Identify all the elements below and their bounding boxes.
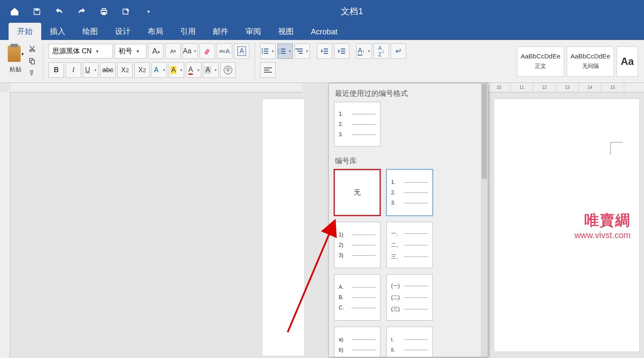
svg-rect-16 [281, 49, 286, 49]
font-family-select[interactable]: 思源黑体 CN▼ [49, 44, 113, 58]
paste-label: 粘贴 [9, 66, 21, 73]
home-button[interactable] [9, 6, 21, 18]
grow-font-button[interactable]: A▴ [148, 43, 164, 59]
vertical-ruler[interactable] [0, 92, 10, 358]
tab-design[interactable]: 设计 [106, 23, 139, 40]
phonetic-guide-button[interactable]: abcA [217, 43, 232, 59]
numbering-chinese-paren[interactable]: (一) (二) (三) [386, 274, 433, 321]
svg-text:1: 1 [278, 48, 279, 50]
numbering-roman-lower[interactable]: i. ii. iii. [386, 327, 433, 357]
font-group: 思源黑体 CN▼ 初号▼ A▴ A▾ Aa abcA A B I U abc X… [46, 42, 252, 81]
tab-references[interactable]: 引用 [172, 23, 204, 40]
svg-rect-2 [102, 8, 105, 10]
text-effect-button[interactable]: A [152, 62, 167, 78]
svg-rect-32 [264, 72, 272, 73]
numbering-chinese[interactable]: 一、 二、 三、 [386, 222, 433, 268]
cut-button[interactable] [27, 43, 38, 55]
show-marks-button[interactable]: ↵ [391, 43, 406, 59]
numbering-button[interactable]: 123 [277, 43, 293, 59]
align-left-button[interactable] [260, 62, 276, 78]
copy-button[interactable] [27, 55, 38, 67]
page-left-edge[interactable] [262, 98, 305, 356]
svg-rect-10 [264, 49, 268, 49]
char-border-button[interactable]: A [234, 43, 249, 59]
clear-format-button[interactable] [200, 43, 215, 59]
tab-view[interactable]: 视图 [270, 23, 302, 40]
redo-button[interactable] [76, 6, 88, 18]
format-painter-button[interactable] [27, 67, 38, 79]
quick-edit-button[interactable] [120, 6, 132, 18]
recent-numbering-item[interactable]: 1. 2. 3. [334, 102, 380, 147]
numbering-decimal-paren[interactable]: 1) 2) 3) [334, 222, 380, 268]
superscript-button[interactable]: X2 [134, 62, 150, 78]
svg-rect-24 [324, 49, 328, 49]
svg-point-9 [262, 49, 263, 50]
font-size-select[interactable]: 初号▼ [115, 44, 146, 58]
bullets-button[interactable] [260, 43, 276, 59]
tab-home[interactable]: 开始 [9, 23, 41, 40]
tab-review[interactable]: 审阅 [237, 23, 270, 40]
svg-rect-28 [341, 51, 345, 52]
numbering-none[interactable]: 无 [334, 169, 380, 216]
numbering-dropdown-panel: 最近使用过的编号格式 1. 2. 3. 编号库 无 1. 2. 3. 1) 2)… [328, 83, 488, 357]
paste-button[interactable]: ▾ [6, 42, 25, 66]
underline-button[interactable]: U [83, 62, 98, 78]
sort-button[interactable]: AZ↓ [374, 43, 389, 59]
svg-text:3: 3 [278, 52, 279, 55]
style-heading[interactable]: Aa [617, 46, 638, 76]
asian-layout-button[interactable]: A↕ [356, 43, 372, 59]
svg-rect-23 [299, 53, 303, 54]
numbering-upper-alpha[interactable]: A. B. C. [334, 274, 380, 321]
svg-text:2: 2 [278, 50, 279, 52]
style-no-spacing[interactable]: AaBbCcDdEe 无间隔 [567, 46, 614, 76]
svg-rect-14 [264, 53, 268, 54]
watermark-url: www.vivst.com [574, 230, 631, 240]
tab-acrobat[interactable]: Acrobat [302, 24, 346, 40]
horizontal-ruler-right[interactable]: 1011121314151617 [485, 83, 644, 92]
svg-rect-21 [295, 49, 303, 49]
font-size-value: 初号 [118, 47, 132, 56]
save-button[interactable] [31, 6, 43, 18]
panel-scrollbar[interactable] [481, 83, 488, 357]
qat-more-button[interactable]: ▾ [143, 6, 155, 18]
shrink-font-button[interactable]: A▾ [165, 43, 181, 59]
svg-rect-18 [281, 51, 286, 52]
undo-button[interactable] [53, 6, 65, 18]
svg-point-11 [262, 51, 263, 52]
font-color-button[interactable]: A [186, 62, 201, 78]
multilevel-list-button[interactable] [295, 43, 310, 59]
tab-layout[interactable]: 布局 [139, 23, 172, 40]
svg-rect-22 [297, 51, 303, 52]
bold-button[interactable]: B [49, 62, 64, 78]
svg-rect-29 [341, 53, 345, 54]
paragraph-group: 123 A↕ AZ↓ ↵ [258, 42, 409, 81]
svg-rect-0 [36, 9, 39, 10]
highlight-button[interactable]: A [169, 62, 184, 78]
numbering-lower-alpha-paren[interactable]: a) b) c) [334, 327, 380, 357]
svg-rect-31 [264, 70, 269, 70]
tab-draw[interactable]: 绘图 [74, 23, 106, 40]
canvas-area[interactable] [10, 92, 302, 358]
numbering-decimal-dot[interactable]: 1. 2. 3. [386, 169, 433, 216]
horizontal-ruler-left[interactable] [10, 83, 302, 92]
page-right-portion[interactable]: 唯賣綢 www.vivst.com [494, 98, 640, 352]
style-normal[interactable]: AaBbCcDdEe 正文 [517, 46, 564, 76]
italic-button[interactable]: I [66, 62, 81, 78]
styles-group: AaBbCcDdEe 正文 AaBbCcDdEe 无间隔 Aa [514, 42, 641, 81]
strikethrough-button[interactable]: abc [100, 62, 115, 78]
enclose-char-button[interactable]: 字 [220, 62, 236, 78]
change-case-button[interactable]: Aa [182, 43, 198, 59]
increase-indent-button[interactable] [334, 43, 349, 59]
subscript-button[interactable]: X2 [117, 62, 133, 78]
margin-corner-icon [610, 142, 623, 155]
char-shading-button[interactable]: A [203, 62, 219, 78]
decrease-indent-button[interactable] [317, 43, 332, 59]
svg-rect-3 [102, 12, 105, 15]
watermark-text: 唯賣綢 [574, 211, 631, 230]
library-label: 编号库 [329, 151, 488, 169]
tab-mailings[interactable]: 邮件 [204, 23, 237, 40]
print-button[interactable] [98, 6, 110, 18]
svg-rect-25 [324, 51, 328, 52]
tab-insert[interactable]: 插入 [41, 23, 74, 40]
svg-rect-27 [341, 49, 345, 49]
